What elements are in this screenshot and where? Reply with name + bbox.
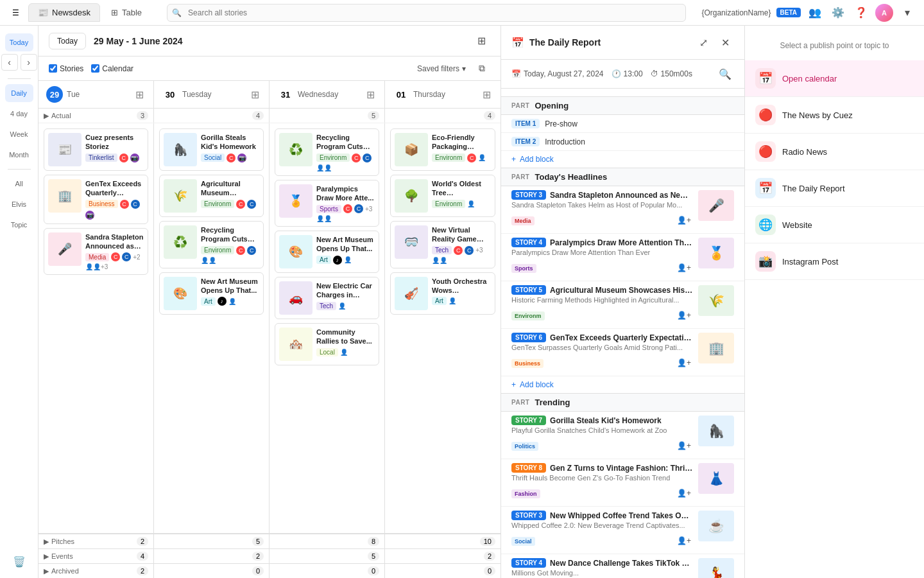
archived-collapse[interactable]: ▶ Archived bbox=[44, 567, 79, 575]
story-card[interactable]: 🥽 New Virtual Reality Game Te... Tech C … bbox=[390, 221, 495, 268]
add-story-day3[interactable]: ⊞ bbox=[480, 88, 493, 101]
today-button[interactable]: Today bbox=[5, 33, 33, 51]
add-to-story-icon[interactable]: 👤+ bbox=[675, 259, 693, 277]
story-thumb: 🦍 bbox=[698, 416, 734, 446]
story-card[interactable]: 🚗 New Electric Car Charges in Just... Te… bbox=[275, 277, 379, 319]
story-title: Eco-Friendly Packaging Revo... bbox=[432, 133, 491, 152]
story-row-panel[interactable]: STORY 4 Paralympics Draw More Attention … bbox=[501, 234, 744, 281]
chevron-down-icon[interactable]: ▾ bbox=[898, 4, 916, 22]
story-card[interactable]: 🏅 Paralympics Draw More Atte... Sports C… bbox=[275, 180, 379, 227]
add-to-story-icon[interactable]: 👤+ bbox=[675, 306, 693, 324]
avatar[interactable]: A bbox=[875, 4, 893, 22]
publish-item-news-by-cuez[interactable]: 🔴 The News by Cuez bbox=[745, 97, 924, 134]
nav-prev-button[interactable]: ‹ bbox=[1, 54, 18, 71]
tab-newsdesk[interactable]: 📰 Newsdesk bbox=[28, 3, 100, 22]
story-card[interactable]: 🦍 Gorilla Steals Kid's Homework Social C… bbox=[159, 128, 264, 171]
actual-count-1: 4 bbox=[252, 111, 264, 120]
col-stories-2: ♻️ Recycling Program Cuts W... Environm … bbox=[270, 123, 385, 533]
publish-item-instagram[interactable]: 📸 Instagram Post bbox=[745, 243, 924, 280]
expand-icon[interactable]: ⤢ bbox=[694, 33, 712, 51]
story-card[interactable]: 🎨 New Art Museum Opens Up That... Art ♪ … bbox=[159, 272, 264, 315]
add-to-story-icon[interactable]: 👤+ bbox=[675, 532, 693, 550]
actual-label-0[interactable]: ▶ Actual bbox=[44, 112, 71, 120]
sidebar-item-daily[interactable]: Daily bbox=[5, 84, 33, 102]
add-block-headlines[interactable]: + Add block bbox=[501, 376, 744, 393]
story-card[interactable]: 🏘️ Community Rallies to Save... Local 👤 bbox=[275, 323, 379, 365]
story-card[interactable]: 🏢 GenTex Exceeds Quarterly Expect... Bus… bbox=[44, 175, 148, 224]
hamburger-menu[interactable]: ☰ bbox=[8, 5, 23, 21]
story-card[interactable]: 🎤 Sandra Stapleton Announced as N... Med… bbox=[44, 228, 148, 276]
close-panel-icon[interactable]: ✕ bbox=[716, 33, 734, 51]
day-number-01[interactable]: 01 bbox=[393, 86, 409, 103]
add-block-opening[interactable]: + Add block bbox=[501, 151, 744, 168]
sidebar-item-month[interactable]: Month bbox=[5, 146, 33, 164]
story-card[interactable]: 🌳 World's Oldest Tree Discovered... Envi… bbox=[390, 175, 495, 217]
story-thumbnail: 📦 bbox=[395, 133, 428, 166]
users-icon[interactable]: 👥 bbox=[806, 4, 824, 22]
calendar-options-icon[interactable]: ⊞ bbox=[472, 32, 490, 50]
story-tag: Environm bbox=[316, 153, 350, 162]
story-row-panel[interactable]: STORY 5 Agricultural Museum Showcases Hi… bbox=[501, 281, 744, 329]
story-card[interactable]: ♻️ Recycling Program Cuts W... Environm … bbox=[275, 128, 379, 176]
date-range: 29 May - 1 June 2024 bbox=[94, 36, 465, 46]
trash-icon[interactable]: 🗑️ bbox=[10, 552, 28, 570]
sidebar-item-all[interactable]: All bbox=[5, 175, 33, 193]
sidebar-item-4day[interactable]: 4 day bbox=[5, 105, 33, 123]
stories-filter[interactable]: Stories bbox=[49, 64, 83, 73]
story-card[interactable]: 🌾 Agricultural Museum Showc... Environm … bbox=[159, 175, 264, 217]
story-row-panel[interactable]: STORY 7 Gorilla Steals Kid's Homework Pl… bbox=[501, 412, 744, 459]
item-row-intro[interactable]: ITEM 2 Introduction bbox=[501, 133, 744, 151]
publish-item-radio-news[interactable]: 🔴 Radio News bbox=[745, 134, 924, 170]
story-row-panel[interactable]: STORY 3 Sandra Stapleton Announced as Ne… bbox=[501, 186, 744, 234]
story-num-badge: STORY 4 bbox=[511, 558, 546, 568]
story-row-panel[interactable]: STORY 6 GenTex Exceeds Quarterly Expecta… bbox=[501, 329, 744, 376]
publish-item-open-calendar[interactable]: 📅 Open calendar bbox=[745, 60, 924, 97]
story-row-panel[interactable]: STORY 8 Gen Z Turns to Vintage Fashion: … bbox=[501, 459, 744, 507]
day-number-31[interactable]: 31 bbox=[277, 86, 294, 103]
pitches-count-1: 5 bbox=[252, 537, 264, 546]
story-thumb: 🎤 bbox=[698, 190, 734, 221]
sidebar-item-topic[interactable]: Topic bbox=[5, 216, 33, 234]
panel-search-icon[interactable]: 🔍 bbox=[716, 65, 734, 83]
story-info: Eco-Friendly Packaging Revo... Environm … bbox=[432, 133, 491, 166]
add-to-story-icon[interactable]: 👤+ bbox=[675, 484, 693, 502]
today-nav-button[interactable]: Today bbox=[49, 33, 86, 49]
story-thumb: 💃 bbox=[698, 558, 734, 578]
pitches-collapse[interactable]: ▶ Pitches bbox=[44, 538, 74, 546]
story-row-panel[interactable]: STORY 3 New Whipped Coffee Trend Takes O… bbox=[501, 507, 744, 554]
settings-icon[interactable]: ⚙️ bbox=[829, 4, 847, 22]
story-tag: Local bbox=[316, 348, 338, 356]
search-input[interactable] bbox=[167, 4, 686, 22]
day-number-29[interactable]: 29 bbox=[46, 86, 63, 103]
add-to-story-icon[interactable]: 👤+ bbox=[675, 211, 693, 229]
saved-filters-button[interactable]: Saved filters ▾ bbox=[417, 64, 466, 73]
story-meta: Sports C C +3 👤👤 bbox=[316, 204, 375, 222]
calendar-filter[interactable]: Calendar bbox=[91, 64, 133, 73]
item-row-preshow[interactable]: ITEM 1 Pre-show bbox=[501, 115, 744, 133]
panel-content: PART Opening ITEM 1 Pre-show ITEM 2 Intr… bbox=[501, 89, 744, 578]
story-card[interactable]: 📰 Cuez presents Storiez Tinkerlist C 📷 bbox=[44, 128, 148, 171]
story-card[interactable]: 📦 Eco-Friendly Packaging Revo... Environ… bbox=[390, 128, 495, 171]
publish-item-website[interactable]: 🌐 Website bbox=[745, 207, 924, 243]
sidebar-item-elvis[interactable]: Elvis bbox=[5, 195, 33, 213]
tab-table[interactable]: ⊞ Table bbox=[101, 3, 151, 22]
story-card[interactable]: 🎨 New Art Museum Opens Up That... Art ♪ … bbox=[275, 231, 379, 273]
day-number-30[interactable]: 30 bbox=[162, 86, 178, 103]
story-row-panel[interactable]: STORY 4 New Dance Challenge Takes TikTok… bbox=[501, 554, 744, 578]
add-story-day2[interactable]: ⊞ bbox=[364, 88, 377, 101]
help-icon[interactable]: ❓ bbox=[852, 4, 870, 22]
nav-next-button[interactable]: › bbox=[21, 54, 37, 71]
add-story-day0[interactable]: ⊞ bbox=[133, 88, 146, 101]
story-card[interactable]: ♻️ Recycling Program Cuts W... Environm … bbox=[159, 221, 264, 268]
add-to-story-icon[interactable]: 👤+ bbox=[675, 354, 693, 372]
actual-row: ▶ Actual 3 4 5 4 bbox=[38, 109, 501, 123]
filter-settings-icon[interactable]: ⧉ bbox=[474, 60, 490, 77]
add-story-day1[interactable]: ⊞ bbox=[248, 88, 261, 101]
main-layout: Today ‹ › Daily 4 day Week Month All Elv… bbox=[0, 26, 924, 578]
story-card[interactable]: 🎻 Youth Orchestra Wows Audience... Art 👤 bbox=[390, 272, 495, 315]
add-to-story-icon[interactable]: 👤+ bbox=[675, 437, 693, 455]
timer-icon: ⏱ bbox=[651, 69, 658, 78]
publish-item-daily-report[interactable]: 📅 The Daily Report bbox=[745, 170, 924, 207]
sidebar-item-week[interactable]: Week bbox=[5, 125, 33, 143]
events-collapse[interactable]: ▶ Events bbox=[44, 552, 73, 561]
